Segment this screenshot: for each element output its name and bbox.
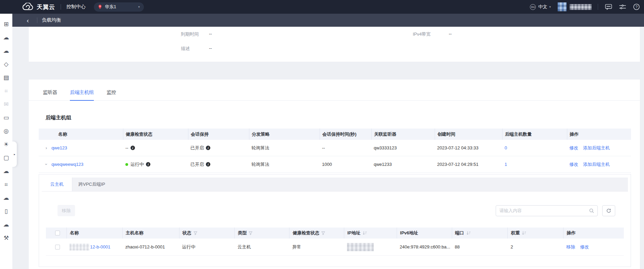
add-backend-host-link[interactable]: 添加后端主机 [583, 161, 610, 168]
sort-icon[interactable] [362, 231, 367, 235]
industrial-tools-icon[interactable]: ⚒ [3, 234, 9, 242]
language-globe-icon: En [530, 4, 536, 10]
info-icon[interactable]: i [206, 162, 210, 167]
column-header: 健康检查状态 [123, 129, 188, 140]
svg-text:?: ? [635, 5, 637, 9]
avatar[interactable] [558, 2, 567, 11]
info-icon[interactable]: i [131, 146, 135, 150]
tab-listeners[interactable]: 监听器 [43, 89, 57, 100]
section-title: 后端主机组 [46, 114, 640, 121]
ip-address-redacted [347, 243, 374, 251]
column-header: 操作 [567, 129, 631, 140]
region-selector[interactable]: 华东1 ▾ [94, 2, 144, 12]
cloud-edge-icon[interactable]: ☁ [3, 221, 9, 228]
location-pin-icon [98, 4, 102, 9]
host-count-link[interactable]: 1 [505, 162, 507, 167]
back-chevron-icon[interactable]: ‹ [27, 17, 29, 24]
field-value: -- [209, 31, 212, 36]
column-header: 操作 [563, 228, 624, 239]
help-icon[interactable]: ? [633, 3, 640, 10]
tab-backend-host-groups[interactable]: 后端主机组 [70, 89, 94, 101]
field-label: 描述 [181, 46, 190, 52]
group-name-link[interactable]: qwe123 [51, 145, 67, 150]
cube-icon[interactable]: ▢ [3, 154, 9, 161]
billing-card-icon[interactable]: ▭ [3, 114, 9, 121]
scan-frame-icon[interactable]: ⌗ [4, 181, 8, 188]
topology-icon[interactable]: ⌗ [4, 87, 8, 95]
feedback-comment-icon[interactable] [605, 3, 612, 10]
search-box [496, 205, 598, 216]
column-header: 类型 [234, 228, 289, 239]
info-icon[interactable]: i [206, 146, 210, 150]
refresh-button[interactable] [602, 205, 615, 216]
page-subheader: ‹ 负载均衡 [12, 14, 644, 27]
edit-link[interactable]: 修改 [569, 161, 578, 168]
remove-button[interactable]: 移除 [58, 205, 75, 216]
search-input[interactable] [499, 208, 589, 213]
column-header: 名称 [39, 129, 123, 140]
sort-icon[interactable] [466, 231, 471, 235]
column-header: 关联监听器 [371, 129, 435, 140]
sort-icon[interactable] [522, 231, 527, 235]
settings-sliders-icon[interactable] [619, 4, 626, 10]
cloud-storage-icon[interactable]: ☁ [3, 47, 9, 54]
cloud-archive-icon[interactable]: ☁ [3, 168, 9, 175]
listener: qw3333123 [371, 145, 435, 150]
console-center-link[interactable]: 控制中心 [66, 4, 86, 10]
message-icon[interactable]: ✉ [4, 101, 9, 108]
ipv6-address: 240e:978:4929:c600:ba... [397, 244, 452, 249]
overview-card: 到期时间 -- IPv4带宽 -- 描述 -- [29, 27, 640, 62]
filter-icon[interactable] [321, 231, 325, 235]
hosts-table-header: 名称 主机名称 状态 类型 健康检查状态 [46, 228, 624, 239]
info-icon[interactable]: i [146, 162, 150, 167]
filter-icon[interactable] [249, 231, 252, 235]
health-status: -- [125, 145, 128, 150]
column-header: 端口 [452, 228, 508, 239]
host-status: 运行中 [179, 244, 235, 250]
cloud-monitor-icon[interactable]: ☁ [3, 194, 9, 201]
filter-icon[interactable] [194, 231, 197, 235]
host-count-link[interactable]: 0 [505, 145, 507, 150]
hosts-table: 名称 主机名称 状态 类型 健康检查状态 [46, 228, 624, 256]
session-keep: 已开启 [190, 161, 204, 168]
group-name-link[interactable]: qweqweewq123 [51, 162, 83, 167]
edit-link[interactable]: 修改 [569, 145, 578, 151]
cloud-host-icon[interactable]: ☁ [3, 34, 9, 41]
column-header: 后端主机数量 [502, 129, 567, 140]
host-name-link[interactable]: 12-b-0001 [90, 244, 110, 249]
topbar-divider [598, 4, 598, 10]
settings-gear-icon[interactable]: ☀ [3, 141, 9, 148]
chevron-down-icon: ▾ [138, 5, 140, 9]
refresh-icon [606, 208, 611, 213]
user-group-icon[interactable]: ◎ [4, 127, 9, 135]
language-selector[interactable]: En 中文 ▾ [530, 4, 551, 10]
security-shield-icon[interactable]: ◇ [4, 61, 8, 68]
page-title: 负载均衡 [42, 17, 61, 23]
dashboard-grid-icon[interactable]: ⊞ [4, 21, 9, 28]
topbar: 天翼云 控制中心 华东1 ▾ En 中文 ▾ ? [0, 0, 644, 14]
column-header: 主机名称 [122, 228, 179, 239]
edit-link[interactable]: 修改 [580, 244, 589, 250]
row-checkbox[interactable] [55, 245, 60, 249]
tab-cross-vpc-backend-ip[interactable]: 跨VPC后端IP [72, 178, 111, 191]
mobile-device-icon[interactable]: ▯ [4, 208, 8, 215]
sidebar-expand-handle[interactable]: ▸ [12, 142, 17, 167]
expand-chevron-icon[interactable]: › [46, 146, 47, 150]
chevron-down-icon: ▾ [549, 5, 551, 9]
tab-monitoring[interactable]: 监控 [107, 89, 116, 100]
session-timeout: 1000 [320, 162, 371, 167]
brand-title: 天翼云 [37, 3, 55, 11]
search-icon[interactable] [589, 208, 594, 213]
hostname: zhaoxi-0712-b-0001 [122, 244, 179, 249]
resource-stack-icon[interactable]: ▤ [3, 74, 9, 81]
column-header: 健康检查状态 [289, 228, 344, 239]
collapse-chevron-icon[interactable]: › [44, 163, 49, 165]
select-all-checkbox[interactable] [55, 231, 60, 235]
host-group-table: 名称 健康检查状态 会话保持 分发策略 会话保持时间(秒) 关联监听器 创建时间… [39, 129, 631, 173]
policy: 轮询算法 [249, 161, 320, 168]
remove-link[interactable]: 移除 [566, 244, 575, 250]
host-panel-tabs: 云主机 跨VPC后端IP [42, 178, 628, 192]
add-backend-host-link[interactable]: 添加后端主机 [583, 145, 610, 151]
column-header: 会话保持 [188, 129, 249, 140]
tab-cloud-host[interactable]: 云主机 [42, 178, 72, 191]
